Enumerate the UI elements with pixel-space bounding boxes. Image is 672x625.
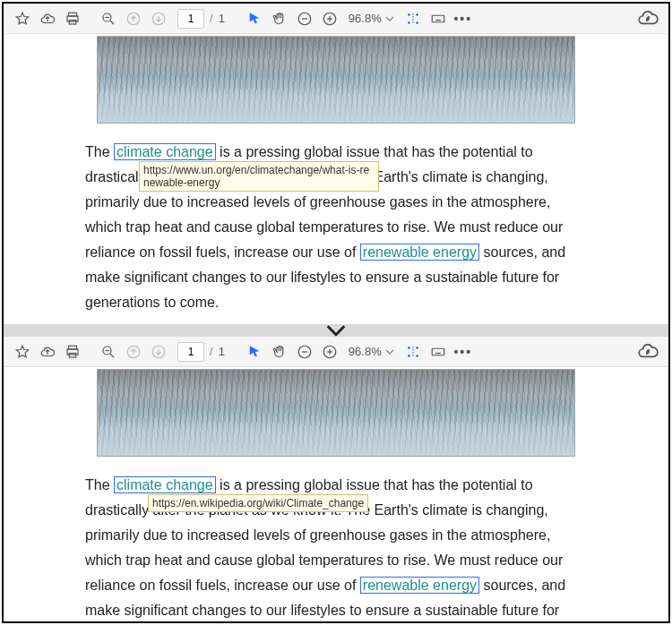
zoom-plus-icon[interactable] [318, 340, 341, 364]
svg-line-5 [110, 21, 114, 24]
panel-divider [4, 324, 668, 337]
zoom-display[interactable]: 96.8% [349, 345, 394, 358]
keyboard-icon[interactable] [426, 340, 450, 364]
cloud-upload-icon[interactable] [36, 7, 59, 30]
hand-tool-icon[interactable] [268, 340, 291, 364]
star-icon[interactable] [11, 7, 34, 30]
chevron-down-icon [385, 14, 394, 23]
page-indicator: / 1 [177, 342, 225, 362]
page-input[interactable] [177, 9, 204, 29]
link-tooltip: https://en.wikipedia.org/wiki/Climate_ch… [148, 494, 368, 512]
page-total: 1 [219, 12, 225, 25]
keyboard-icon[interactable] [426, 7, 450, 30]
fit-width-icon[interactable] [401, 340, 425, 364]
svg-rect-22 [69, 353, 76, 357]
page-input[interactable] [177, 342, 204, 362]
zoom-out-icon[interactable] [97, 340, 120, 364]
hand-tool-icon[interactable] [268, 7, 291, 30]
page-indicator: / 1 [177, 9, 225, 29]
document-image [97, 369, 575, 457]
zoom-minus-icon[interactable] [293, 340, 316, 364]
document-paragraph: The climate change is a pressing global … [85, 473, 587, 623]
page-total: 1 [219, 345, 225, 358]
zoom-out-icon[interactable] [97, 7, 120, 30]
link-renewable-energy[interactable]: renewable energy [360, 577, 479, 594]
document-content: The climate change is a pressing global … [4, 36, 668, 315]
svg-rect-2 [69, 20, 76, 24]
page-down-icon [147, 340, 170, 364]
svg-rect-33 [432, 348, 444, 355]
panel-top: / 1 96.8% ••• The climate change is a pr… [4, 4, 668, 315]
chevron-down-icon [385, 347, 394, 356]
text-segment: The [85, 477, 114, 492]
more-icon[interactable]: ••• [452, 340, 475, 364]
zoom-minus-icon[interactable] [293, 7, 316, 30]
cloud-link-icon[interactable] [636, 7, 659, 30]
zoom-value: 96.8% [349, 12, 382, 25]
svg-line-25 [110, 354, 114, 357]
cloud-upload-icon[interactable] [36, 340, 59, 364]
chevron-down-icon [323, 324, 349, 337]
print-icon[interactable] [61, 7, 84, 30]
panel-bottom: / 1 96.8% ••• The climate change is a pr… [4, 337, 668, 623]
svg-rect-13 [432, 15, 444, 22]
select-tool-icon[interactable] [243, 7, 266, 30]
fit-width-icon[interactable] [401, 7, 425, 30]
zoom-value: 96.8% [349, 345, 382, 358]
page-separator: / [210, 12, 213, 25]
document-content: The climate change is a pressing global … [4, 369, 668, 623]
link-climate-change[interactable]: climate change [114, 143, 216, 160]
page-up-icon [122, 340, 145, 364]
more-icon[interactable]: ••• [452, 7, 475, 30]
page-up-icon [122, 7, 145, 30]
page-separator: / [210, 345, 213, 358]
zoom-display[interactable]: 96.8% [349, 12, 394, 25]
toolbar: / 1 96.8% ••• [4, 4, 668, 34]
print-icon[interactable] [61, 340, 84, 364]
document-paragraph: The climate change is a pressing global … [85, 140, 587, 315]
text-segment: The [85, 144, 114, 159]
page-down-icon [147, 7, 170, 30]
document-image [97, 36, 575, 124]
link-renewable-energy[interactable]: renewable energy [360, 244, 479, 261]
link-climate-change[interactable]: climate change [114, 476, 216, 493]
select-tool-icon[interactable] [243, 340, 266, 364]
toolbar: / 1 96.8% ••• [4, 337, 668, 367]
star-icon[interactable] [11, 340, 34, 364]
cloud-link-icon[interactable] [636, 340, 659, 364]
link-tooltip: https://www.un.org/en/climatechange/what… [139, 161, 379, 192]
zoom-plus-icon[interactable] [318, 7, 341, 30]
